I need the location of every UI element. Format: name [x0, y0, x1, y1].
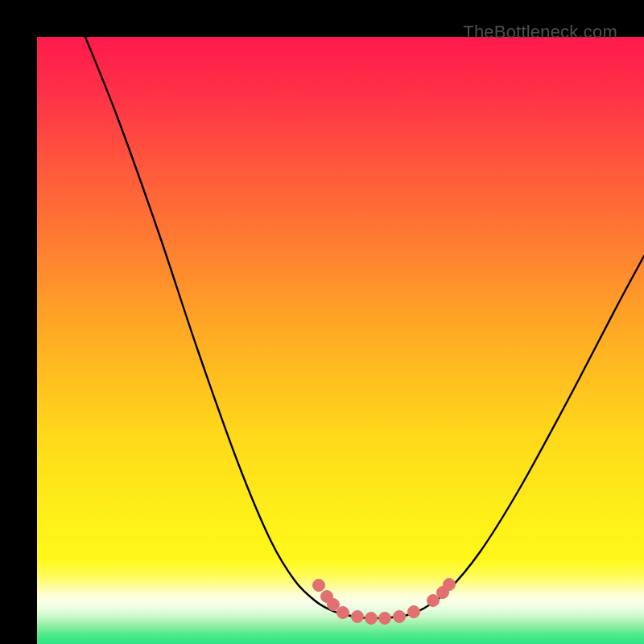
trough-marker [408, 606, 420, 618]
trough-marker [444, 579, 456, 591]
trough-marker [379, 613, 391, 625]
trough-marker [328, 599, 340, 611]
trough-marker [394, 611, 406, 623]
chart-svg [37, 37, 644, 644]
trough-marker [313, 580, 325, 592]
plot-area [37, 37, 644, 644]
trough-marker [337, 607, 349, 619]
trough-marker [352, 611, 364, 623]
chart-frame: TheBottleneck.com [0, 0, 644, 644]
trough-marker [427, 595, 440, 607]
gradient-background [37, 37, 644, 644]
trough-marker [365, 613, 378, 625]
watermark-text: TheBottleneck.com [463, 22, 617, 43]
